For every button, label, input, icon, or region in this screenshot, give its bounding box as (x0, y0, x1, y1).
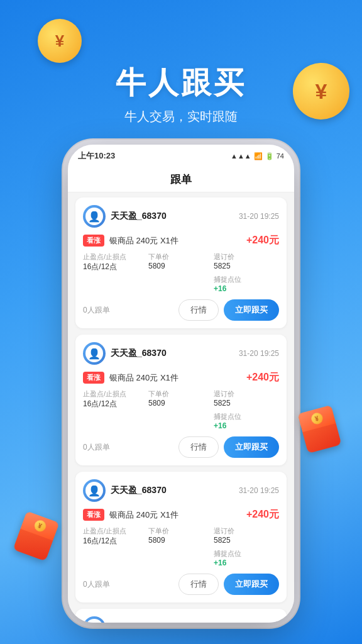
user-name: 天天盈_68370 (111, 348, 167, 359)
detail-order-label: 下单价 5809 (148, 252, 214, 272)
user-name: 天天盈_68370 (111, 211, 167, 222)
nav-bar: 跟单 (68, 167, 294, 192)
card-user: 👤 天天盈_68370 (83, 342, 167, 365)
card-header: 👤 天天盈_68370 31-20 19:25 (83, 342, 279, 365)
follow-button[interactable]: 立即跟买 (224, 574, 279, 595)
detail-cancel-label: 退订价 5825 (214, 526, 279, 547)
trade-details: 止盈点/止损点 16点/12点 下单价 5809 退订价 5825 捕捉点位 +… (83, 252, 279, 293)
status-bar: 上午10:23 ▲▲▲ 📶 🔋 74 (68, 145, 294, 167)
trade-card: 👤 天天盈_68370 31-20 19:25 看涨 银商品 240元 X1件 … (75, 197, 287, 328)
card-user: 👤 天天盈_68370 (83, 616, 167, 623)
user-avatar: 👤 (83, 479, 106, 502)
trade-info-row: 看涨 银商品 240元 X1件 +240元 (83, 508, 279, 521)
action-buttons: 行情 立即跟买 (178, 299, 279, 321)
detail-stop-label: 止盈点/止损点 16点/12点 (83, 526, 148, 547)
nav-title: 跟单 (170, 172, 192, 187)
avatar-face: 👤 (85, 619, 103, 623)
avatar-face: 👤 (85, 345, 103, 362)
trade-card: 👤 天天盈_68370 31-20 19:25 看涨 银商品 240元 X1件 … (75, 472, 287, 602)
market-button[interactable]: 行情 (178, 574, 219, 595)
trade-card: 👤 天天盈_68370 31-20 19:25 看涨 银商品 240元 X1件 … (75, 609, 287, 623)
trade-name: 银商品 240元 X1件 (109, 372, 178, 384)
card-user: 👤 天天盈_68370 (83, 479, 167, 502)
user-name: 天天盈_68370 (111, 622, 167, 623)
user-avatar: 👤 (83, 616, 106, 623)
trend-badge: 看涨 (83, 235, 104, 247)
market-button[interactable]: 行情 (178, 299, 219, 321)
followers-count: 0人跟单 (83, 305, 110, 316)
action-buttons: 行情 立即跟买 (178, 574, 279, 595)
user-avatar: 👤 (83, 205, 106, 228)
card-time: 31-20 19:25 (239, 212, 279, 221)
card-footer: 0人跟单 行情 立即跟买 (83, 574, 279, 595)
user-name: 天天盈_68370 (111, 485, 167, 496)
detail-capture-label: 捕捉点位 +16 (214, 412, 279, 430)
trade-profit: +240元 (246, 234, 279, 247)
followers-count: 0人跟单 (83, 442, 110, 453)
trade-details: 止盈点/止损点 16点/12点 下单价 5809 退订价 5825 捕捉点位 +… (83, 389, 279, 430)
detail-order-label: 下单价 5809 (148, 526, 214, 547)
follow-button[interactable]: 立即跟买 (224, 436, 279, 458)
detail-order-label: 下单价 5809 (148, 389, 214, 409)
card-header: 👤 天天盈_68370 31-20 19:25 (83, 479, 279, 502)
detail-capture-label: 捕捉点位 +16 (214, 549, 279, 567)
card-header: 👤 天天盈_68370 31-20 19:25 (83, 616, 279, 623)
card-time: 31-20 19:25 (239, 349, 279, 358)
user-avatar: 👤 (83, 342, 106, 365)
coin-decoration-left: ¥ (38, 19, 82, 63)
action-buttons: 行情 立即跟买 (178, 436, 279, 458)
trade-profit: +240元 (246, 371, 279, 384)
detail-cancel-label: 退订价 5825 (214, 389, 279, 409)
avatar-face: 👤 (85, 482, 103, 499)
detail-cancel-label: 退订价 5825 (214, 252, 279, 272)
trade-name: 银商品 240元 X1件 (109, 235, 178, 247)
phone-content[interactable]: 👤 天天盈_68370 31-20 19:25 看涨 银商品 240元 X1件 … (68, 192, 294, 623)
market-button[interactable]: 行情 (178, 436, 219, 458)
trade-info-row: 看涨 银商品 240元 X1件 +240元 (83, 371, 279, 384)
card-user: 👤 天天盈_68370 (83, 205, 167, 228)
trade-profit: +240元 (246, 508, 279, 521)
trend-badge: 看涨 (83, 372, 104, 384)
trade-card: 👤 天天盈_68370 31-20 19:25 看涨 银商品 240元 X1件 … (75, 335, 287, 465)
phone-mockup: 上午10:23 ▲▲▲ 📶 🔋 74 跟单 👤 天天盈_68370 31-20 … (68, 145, 294, 623)
coin-decoration-right: ¥ (293, 63, 349, 119)
signal-icon: ▲▲▲ (231, 152, 251, 160)
card-time: 31-20 19:25 (239, 486, 279, 495)
detail-stop-label: 止盈点/止损点 16点/12点 (83, 389, 148, 409)
battery-icon: 🔋 (265, 152, 274, 160)
card-footer: 0人跟单 行情 立即跟买 (83, 436, 279, 458)
trend-badge: 看涨 (83, 509, 104, 521)
red-envelope-left: ¥ (19, 516, 53, 557)
red-envelope-right: ¥ (302, 409, 337, 450)
card-footer: 0人跟单 行情 立即跟买 (83, 299, 279, 321)
follow-button[interactable]: 立即跟买 (224, 299, 279, 321)
detail-capture-label: 捕捉点位 +16 (214, 275, 279, 293)
wifi-icon: 📶 (254, 152, 263, 160)
avatar-face: 👤 (85, 208, 103, 225)
battery-level: 74 (277, 152, 284, 160)
followers-count: 0人跟单 (83, 579, 110, 590)
trade-details: 止盈点/止损点 16点/12点 下单价 5809 退订价 5825 捕捉点位 +… (83, 526, 279, 567)
status-icons: ▲▲▲ 📶 🔋 74 (231, 152, 284, 160)
trade-info-row: 看涨 银商品 240元 X1件 +240元 (83, 234, 279, 247)
card-header: 👤 天天盈_68370 31-20 19:25 (83, 205, 279, 228)
trade-name: 银商品 240元 X1件 (109, 509, 178, 521)
detail-stop-label: 止盈点/止损点 16点/12点 (83, 252, 148, 272)
status-time: 上午10:23 (78, 150, 115, 162)
